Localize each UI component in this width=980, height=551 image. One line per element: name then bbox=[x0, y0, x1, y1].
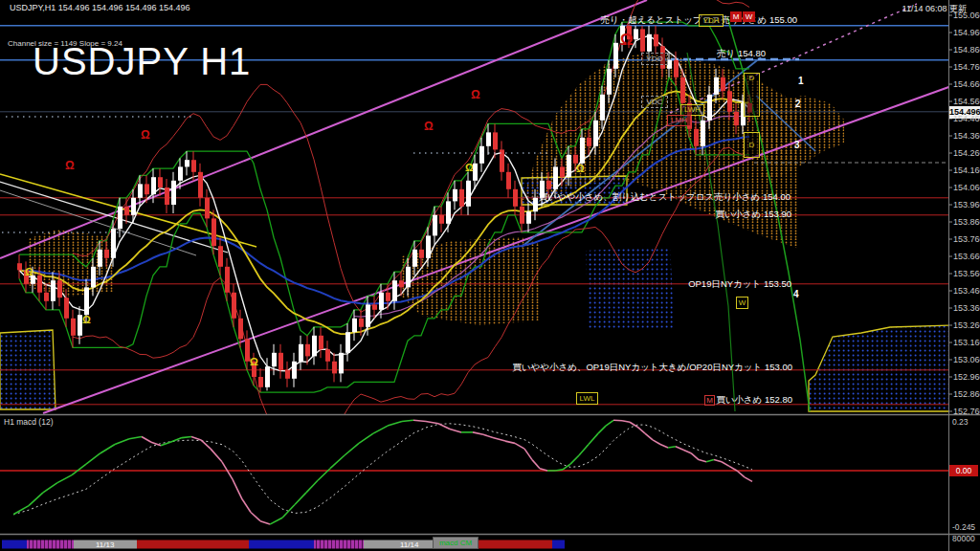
wave-count-label: 3 bbox=[794, 140, 800, 150]
price-axis-label: 154.760 bbox=[953, 62, 980, 72]
omega-signal-marker: Ω bbox=[620, 32, 634, 48]
volume-scale-label: 80000 bbox=[952, 534, 975, 543]
wave-count-label: 4 bbox=[793, 289, 799, 299]
trading-chart-window: USDJPY,H1 154.496 154.496 154.496 154.49… bbox=[0, 0, 980, 551]
wave-count-label: 1 bbox=[798, 76, 804, 86]
trade-note-annotation: 売り 154.80 bbox=[717, 48, 766, 60]
price-axis-label: 155.060 bbox=[953, 11, 980, 20]
omega-signal-marker: Ω bbox=[65, 160, 75, 171]
omega-signal-marker: Ω bbox=[471, 89, 480, 100]
level-tag-lmh: LMH bbox=[667, 115, 691, 126]
level-tag-m: M bbox=[704, 395, 715, 406]
level-tag-w: W bbox=[736, 297, 748, 309]
price-axis-label: 153.760 bbox=[953, 234, 980, 244]
indicator-badge: macd CM bbox=[433, 537, 479, 549]
omega-signal-marker: Ω bbox=[576, 164, 585, 174]
level-tag-d: D bbox=[744, 132, 760, 158]
macd-scale-max: 0.23 bbox=[952, 417, 969, 427]
trade-note-annotation: 買いやや小さめ、OP19日NYカット大きめ/OP20日NYカット 153.00 bbox=[512, 362, 792, 374]
price-axis-label: 153.060 bbox=[953, 355, 980, 364]
level-tag-ydh: YDH bbox=[699, 14, 724, 27]
omega-signal-marker: Ω bbox=[250, 357, 258, 367]
price-axis-label: 154.560 bbox=[953, 97, 980, 106]
price-axis-label: 154.660 bbox=[953, 79, 980, 89]
timeline-date-label: 11/14 bbox=[400, 540, 418, 549]
price-axis-label: 152.860 bbox=[953, 389, 980, 399]
level-tag-w: W bbox=[743, 11, 755, 22]
price-axis-label: 154.360 bbox=[953, 131, 980, 141]
omega-signal-marker: Ω bbox=[465, 163, 474, 173]
price-axis-label: 153.160 bbox=[953, 338, 980, 347]
symbol-watermark: USDJPY H1 bbox=[33, 40, 251, 83]
price-axis-label: 153.960 bbox=[953, 200, 980, 209]
omega-signal-marker: Ω bbox=[424, 121, 434, 132]
macd-scale-min: -0.245 bbox=[952, 522, 975, 532]
price-axis-label: 152.960 bbox=[953, 372, 980, 382]
price-axis-label: 154.460 bbox=[953, 114, 980, 123]
macd-zero-value-box: 0.00 bbox=[949, 465, 978, 476]
trade-note-annotation: 買い小さめ 153.90 bbox=[715, 209, 791, 221]
price-axis-label: 153.560 bbox=[953, 269, 980, 278]
omega-signal-marker: Ω bbox=[141, 129, 150, 141]
level-tag-lwl: LWL bbox=[576, 392, 598, 405]
level-tag-m: M bbox=[730, 11, 742, 22]
price-axis-label: 153.360 bbox=[953, 303, 980, 313]
price-axis-label: 154.860 bbox=[953, 45, 980, 55]
wave-count-label: 2 bbox=[795, 99, 801, 109]
level-tag-vdc: VDC bbox=[641, 96, 668, 108]
price-axis-label: 154.260 bbox=[953, 148, 980, 158]
price-axis-label: 152.760 bbox=[953, 407, 980, 416]
trade-note-annotation: 買い小さめ 152.80 bbox=[716, 394, 792, 407]
omega-signal-marker: Ω bbox=[25, 267, 33, 277]
level-tag-ydo: YDO bbox=[641, 53, 668, 65]
price-axis-label: 154.960 bbox=[953, 28, 980, 37]
price-axis-label: 153.660 bbox=[953, 252, 980, 261]
trade-note-annotation: 買いやや小さめ、割り込むとストップロス売り小さめ 154.00 bbox=[539, 191, 791, 204]
symbol-ohlc-header: USDJPY,H1 154.496 154.496 154.496 154.49… bbox=[10, 3, 190, 12]
price-axis-label: 153.260 bbox=[953, 320, 980, 330]
indicator-label: H1 macd (12) bbox=[4, 417, 54, 427]
timeline-date-label: 11/13 bbox=[96, 540, 114, 549]
omega-signal-marker: Ω bbox=[82, 315, 91, 325]
price-axis-label: 154.060 bbox=[953, 183, 980, 192]
level-tag-d: D bbox=[744, 73, 760, 117]
price-axis-label: 154.160 bbox=[953, 165, 980, 175]
price-axis-label: 153.860 bbox=[953, 217, 980, 227]
trade-note-annotation: OP19日NYカット 153.50 bbox=[688, 278, 791, 291]
price-axis-label: 153.460 bbox=[953, 286, 980, 296]
